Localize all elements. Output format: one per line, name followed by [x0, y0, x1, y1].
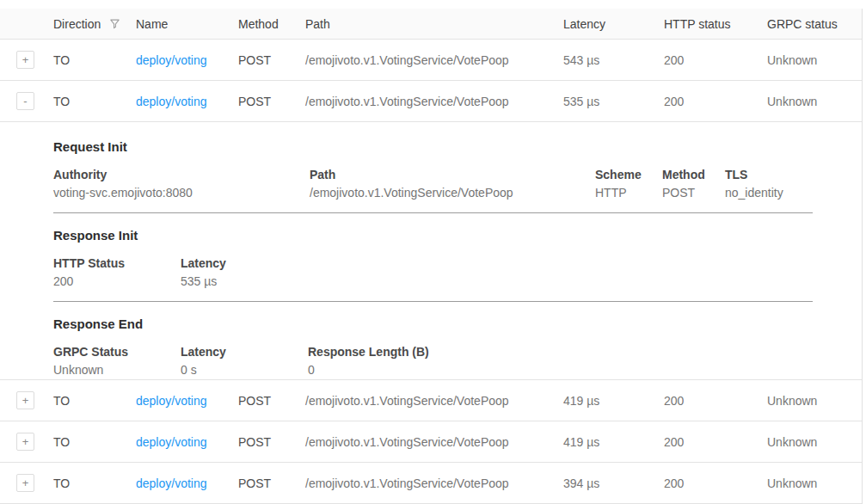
column-header-path: Path — [305, 17, 563, 31]
expand-row-button[interactable]: + — [16, 433, 34, 451]
direction-cell: TO — [53, 95, 136, 108]
latency-cell: 394 µs — [563, 476, 664, 490]
column-header-http-status: HTTP status — [664, 17, 767, 31]
field-value: voting-svc.emojivoto:8080 — [53, 186, 310, 200]
detail-section: Response InitHTTP Status200Latency535 µs — [53, 228, 862, 302]
expand-row-button[interactable]: - — [16, 92, 34, 110]
tap-results-view: Direction Name Method Path Latency HTTP … — [0, 0, 866, 504]
detail-field: TLSno_identity — [725, 168, 783, 200]
table-row: + TO deploy/voting POST /emojivoto.v1.Vo… — [0, 421, 862, 463]
section-title: Response End — [53, 317, 862, 331]
grpc-status-cell: Unknown — [767, 95, 862, 108]
table-row: + TO deploy/voting POST /emojivoto.v1.Vo… — [0, 40, 862, 81]
resource-link[interactable]: deploy/voting — [136, 95, 207, 108]
method-cell: POST — [238, 53, 305, 67]
detail-field: Authorityvoting-svc.emojivoto:8080 — [53, 168, 310, 200]
resource-link[interactable]: deploy/voting — [136, 394, 207, 408]
grpc-status-cell: Unknown — [767, 476, 862, 490]
field-label: Method — [662, 168, 725, 181]
name-cell: deploy/voting — [136, 53, 238, 67]
detail-section: Request InitAuthorityvoting-svc.emojivot… — [53, 139, 862, 213]
path-cell: /emojivoto.v1.VotingService/VotePoop — [305, 95, 563, 108]
field-value: /emojivoto.v1.VotingService/VotePoop — [310, 186, 595, 200]
detail-field: Path/emojivoto.v1.VotingService/VotePoop — [310, 168, 595, 200]
resource-link[interactable]: deploy/voting — [136, 53, 207, 67]
column-header-method: Method — [238, 17, 305, 31]
tap-results-table: Direction Name Method Path Latency HTTP … — [0, 9, 863, 504]
field-label: Scheme — [595, 168, 662, 181]
section-title: Request Init — [53, 139, 862, 154]
latency-cell: 543 µs — [563, 53, 664, 67]
resource-link[interactable]: deploy/voting — [136, 476, 207, 490]
detail-sections: Request InitAuthorityvoting-svc.emojivot… — [53, 139, 862, 377]
path-cell: /emojivoto.v1.VotingService/VotePoop — [305, 53, 563, 67]
http-status-cell: 200 — [664, 53, 767, 67]
field-label: Path — [310, 168, 595, 181]
table-row: - TO deploy/voting POST /emojivoto.v1.Vo… — [0, 81, 862, 122]
field-label: Latency — [181, 345, 308, 359]
detail-fields-row: Authorityvoting-svc.emojivoto:8080Path/e… — [53, 168, 862, 200]
grpc-status-cell: Unknown — [767, 53, 862, 67]
expander-cell: + — [0, 433, 53, 451]
grpc-status-cell: Unknown — [767, 394, 862, 408]
table-row: + TO deploy/voting POST /emojivoto.v1.Vo… — [0, 380, 862, 421]
method-cell: POST — [238, 476, 305, 490]
column-header-direction-label: Direction — [53, 17, 101, 31]
field-label: Latency — [181, 256, 226, 270]
method-cell: POST — [238, 394, 305, 408]
expander-cell: + — [0, 51, 53, 69]
path-cell: /emojivoto.v1.VotingService/VotePoop — [305, 476, 563, 490]
name-cell: deploy/voting — [136, 435, 238, 449]
field-value: 0 — [308, 363, 429, 377]
latency-cell: 535 µs — [563, 95, 664, 108]
direction-cell: TO — [53, 476, 136, 490]
table-body: + TO deploy/voting POST /emojivoto.v1.Vo… — [0, 40, 862, 504]
path-cell: /emojivoto.v1.VotingService/VotePoop — [305, 394, 563, 408]
latency-cell: 419 µs — [563, 435, 664, 449]
detail-field: Latency535 µs — [181, 256, 226, 288]
expander-cell: + — [0, 474, 53, 492]
expand-row-button[interactable]: + — [16, 391, 34, 409]
field-label: TLS — [725, 168, 783, 181]
name-cell: deploy/voting — [136, 476, 238, 490]
filter-funnel-icon[interactable] — [108, 17, 121, 30]
expander-cell: + — [0, 391, 53, 409]
detail-field: Latency0 s — [181, 345, 308, 377]
column-header-direction: Direction — [53, 17, 136, 31]
direction-cell: TO — [53, 435, 136, 449]
field-value: POST — [662, 186, 725, 200]
detail-fields-row: GRPC StatusUnknownLatency0 sResponse Len… — [53, 345, 862, 377]
direction-cell: TO — [53, 53, 136, 67]
field-value: Unknown — [53, 363, 181, 377]
section-title: Response Init — [53, 228, 862, 243]
table-header-row: Direction Name Method Path Latency HTTP … — [0, 9, 862, 40]
detail-section: Response EndGRPC StatusUnknownLatency0 s… — [53, 317, 862, 377]
field-label: HTTP Status — [53, 256, 181, 270]
field-value: 200 — [53, 274, 181, 288]
http-status-cell: 200 — [664, 95, 767, 108]
detail-field: SchemeHTTP — [595, 168, 662, 200]
field-label: Authority — [53, 168, 310, 181]
detail-field: MethodPOST — [662, 168, 725, 200]
column-header-grpc-status: GRPC status — [767, 17, 862, 31]
expand-row-button[interactable]: + — [16, 474, 34, 492]
method-cell: POST — [238, 435, 305, 449]
latency-cell: 419 µs — [563, 394, 664, 408]
column-header-latency: Latency — [563, 17, 664, 31]
column-header-name: Name — [136, 17, 238, 31]
http-status-cell: 200 — [664, 394, 767, 408]
section-divider — [53, 212, 813, 213]
detail-field: HTTP Status200 — [53, 256, 181, 288]
grpc-status-cell: Unknown — [767, 435, 862, 449]
field-value: no_identity — [725, 186, 783, 200]
field-value: 535 µs — [181, 274, 226, 288]
expander-cell: - — [0, 92, 53, 110]
detail-field: Response Length (B)0 — [308, 345, 429, 377]
expand-row-button[interactable]: + — [16, 51, 34, 69]
section-divider — [53, 301, 813, 302]
method-cell: POST — [238, 95, 305, 108]
field-value: 0 s — [181, 363, 308, 377]
name-cell: deploy/voting — [136, 394, 238, 408]
field-label: GRPC Status — [53, 345, 181, 359]
resource-link[interactable]: deploy/voting — [136, 435, 207, 449]
